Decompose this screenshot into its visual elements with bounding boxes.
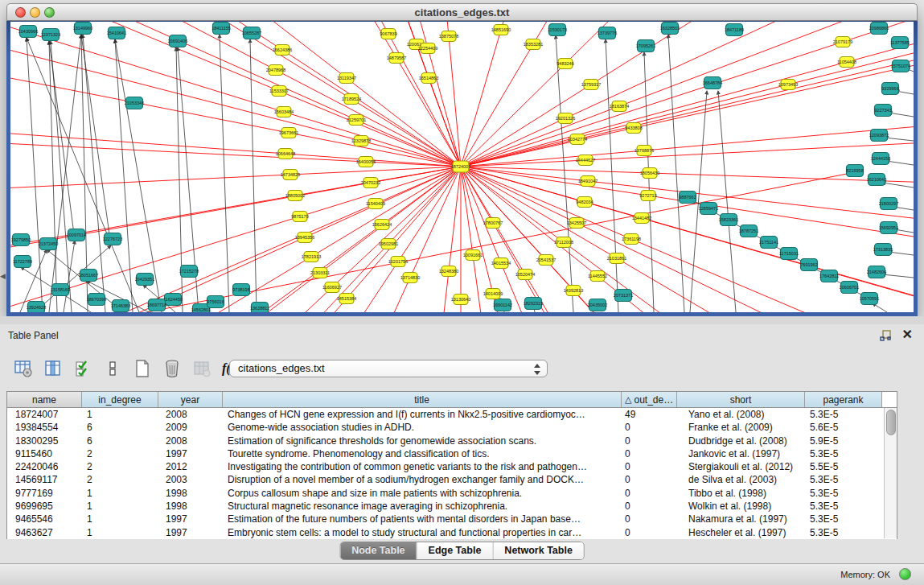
- graph-node[interactable]: 12254409: [418, 43, 437, 54]
- graph-node[interactable]: 14444627: [576, 155, 595, 166]
- graph-node[interactable]: 12371323: [41, 29, 60, 41]
- graph-node[interactable]: 9756016: [207, 296, 224, 308]
- graph-node[interactable]: 16514863: [419, 73, 438, 84]
- float-panel-icon[interactable]: [879, 329, 892, 342]
- import-table-icon[interactable]: [191, 358, 212, 379]
- graph-node[interactable]: 20691406: [168, 35, 187, 47]
- table-row[interactable]: 977716911998Corpus callosum shape and si…: [7, 487, 897, 500]
- graph-node[interactable]: 15751074: [891, 60, 910, 72]
- graph-node[interactable]: 14015534: [491, 258, 511, 269]
- graph-node[interactable]: 9433808: [625, 123, 642, 134]
- graph-node[interactable]: 11377585: [890, 37, 910, 49]
- graph-node[interactable]: 13739776: [598, 27, 617, 39]
- graph-node[interactable]: 17361198: [622, 234, 641, 245]
- graph-node[interactable]: 17112008: [554, 237, 573, 248]
- graph-node[interactable]: 10342774: [568, 134, 587, 145]
- graph-node[interactable]: 18491047: [578, 176, 598, 187]
- graph-node[interactable]: 18056430: [640, 168, 659, 179]
- graph-node[interactable]: 21031861: [607, 253, 626, 264]
- column-header-in_degree[interactable]: in_degree: [82, 392, 158, 407]
- graph-node[interactable]: 15410641: [107, 27, 126, 39]
- tab-network-table[interactable]: Network Table: [492, 542, 584, 559]
- graph-node[interactable]: 20435002: [588, 299, 607, 311]
- graph-node[interactable]: 12276723: [103, 233, 122, 245]
- graph-node[interactable]: 20731371: [614, 290, 633, 302]
- graph-node[interactable]: 20986860: [869, 23, 889, 35]
- graph-node[interactable]: 17095261: [636, 40, 655, 52]
- table-row[interactable]: 1938455462009Genome-wide association stu…: [7, 421, 897, 434]
- graph-node[interactable]: 20541537: [536, 255, 556, 266]
- graph-node[interactable]: 20606701: [840, 282, 859, 294]
- graph-node[interactable]: 9875179: [291, 212, 308, 222]
- graph-node[interactable]: 13119347: [337, 73, 356, 84]
- graph-node[interactable]: 20429351: [135, 274, 154, 286]
- row-height-icon[interactable]: [102, 358, 123, 379]
- graph-node[interactable]: 19279850: [11, 234, 31, 246]
- graph-node[interactable]: 14851690: [491, 25, 511, 35]
- graph-node[interactable]: 13149960: [73, 23, 92, 35]
- graph-node[interactable]: 17821913: [302, 252, 321, 262]
- graph-node[interactable]: 9482034: [576, 197, 593, 208]
- table-selector-dropdown[interactable]: citations_edges.txt: [229, 360, 548, 377]
- close-panel-icon[interactable]: ✕: [902, 328, 913, 342]
- modify-table-icon[interactable]: [13, 358, 34, 379]
- table-row[interactable]: 1456911722003Disruption of a novel membe…: [7, 473, 897, 486]
- graph-node[interactable]: 9272713: [639, 191, 656, 201]
- graph-node[interactable]: 7691962: [800, 259, 817, 271]
- graph-node[interactable]: 17146383: [111, 300, 130, 312]
- graph-node[interactable]: 13441482: [632, 213, 651, 224]
- graph-node[interactable]: 10664648: [276, 149, 295, 159]
- scrollbar-thumb[interactable]: [886, 410, 896, 435]
- graph-node[interactable]: 18163874: [610, 101, 629, 112]
- graph-node[interactable]: 11533307: [269, 86, 289, 97]
- graph-node[interactable]: 18353281: [524, 39, 543, 50]
- graph-node[interactable]: 14014009: [483, 289, 503, 299]
- graph-node[interactable]: 14515384: [337, 294, 356, 304]
- graph-node[interactable]: 10570591: [860, 293, 879, 305]
- graph-node[interactable]: 13425507: [567, 218, 586, 229]
- delete-table-icon[interactable]: [162, 358, 183, 379]
- graph-node[interactable]: 17313835: [873, 244, 893, 256]
- graph-node[interactable]: 13924928: [27, 302, 46, 313]
- graph-node[interactable]: 16400055: [356, 157, 376, 167]
- network-canvas[interactable]: 1043096612371323131499601541064120691406…: [10, 22, 914, 312]
- graph-node[interactable]: 10973493: [778, 80, 798, 90]
- graph-node[interactable]: 18787251: [739, 225, 758, 237]
- tab-node-table[interactable]: Node Table: [340, 542, 416, 559]
- column-header-pagerank[interactable]: pagerank: [805, 392, 882, 407]
- graph-node[interactable]: 17642811: [819, 270, 839, 282]
- graph-node[interactable]: 13628811: [250, 303, 269, 313]
- graph-node[interactable]: 19502981: [379, 239, 398, 249]
- graph-node[interactable]: 18411155: [211, 23, 231, 35]
- new-table-icon[interactable]: [132, 358, 153, 379]
- graph-node[interactable]: 16901142: [493, 299, 512, 311]
- column-header-year[interactable]: year: [158, 392, 223, 407]
- graph-node[interactable]: 10201756: [388, 257, 408, 267]
- graph-node[interactable]: 9483246: [556, 59, 573, 69]
- graph-node[interactable]: 10430966: [18, 26, 38, 38]
- graph-node[interactable]: 18724007: [451, 161, 470, 172]
- graph-node[interactable]: 18805002: [285, 191, 305, 201]
- tab-edge-table[interactable]: Edge Table: [417, 542, 493, 559]
- graph-node[interactable]: 12093872: [869, 130, 889, 142]
- graph-node[interactable]: 21482604: [867, 266, 886, 278]
- graph-node[interactable]: 13248380: [439, 266, 458, 277]
- graph-node[interactable]: 9227343: [874, 105, 891, 117]
- column-header-name[interactable]: name: [7, 392, 82, 407]
- table-row[interactable]: 946554611997Estimation of the future num…: [7, 513, 897, 525]
- column-header-short[interactable]: short: [677, 392, 805, 407]
- graph-node[interactable]: 19201326: [556, 113, 575, 124]
- graph-node[interactable]: 10097014: [67, 229, 86, 241]
- graph-node[interactable]: 9329966: [881, 83, 898, 95]
- graph-node[interactable]: 15692951: [879, 222, 898, 234]
- graph-node[interactable]: 21800297: [879, 198, 898, 210]
- table-row[interactable]: 911546021997Tourette syndrome. Phenomeno…: [7, 447, 897, 460]
- graph-node[interactable]: 13714830: [400, 273, 420, 283]
- graph-node[interactable]: 10520474: [515, 270, 535, 280]
- graph-node[interactable]: 21751141: [759, 237, 778, 249]
- graph-node[interactable]: 11445552: [588, 271, 607, 282]
- graph-node[interactable]: 15823361: [719, 214, 738, 226]
- graph-node[interactable]: 20478968: [266, 65, 285, 76]
- graph-node[interactable]: 18670399: [87, 294, 106, 306]
- table-row[interactable]: 1830029562008Estimation of significance …: [7, 435, 897, 447]
